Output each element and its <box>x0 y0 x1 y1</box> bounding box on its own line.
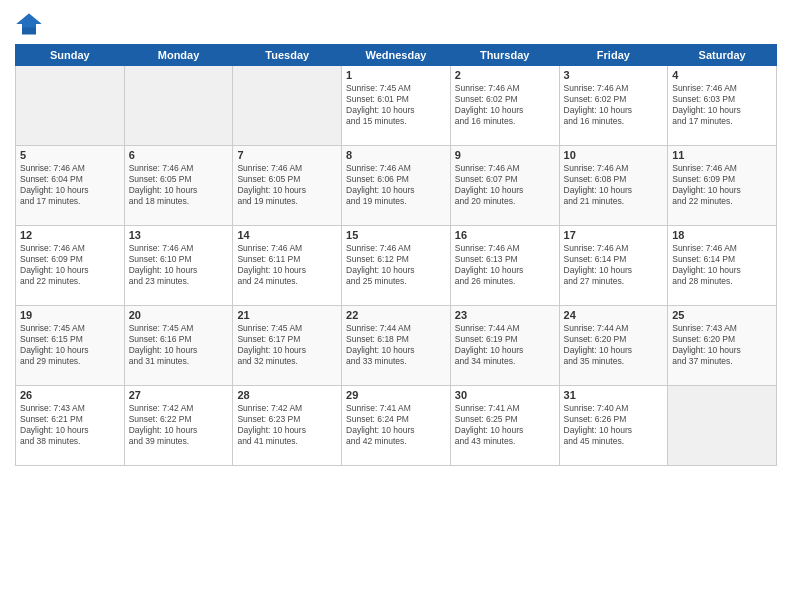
day-number: 12 <box>20 229 120 241</box>
logo <box>15 10 47 38</box>
day-number: 27 <box>129 389 229 401</box>
calendar-cell: 3Sunrise: 7:46 AM Sunset: 6:02 PM Daylig… <box>559 66 668 146</box>
day-number: 28 <box>237 389 337 401</box>
day-info: Sunrise: 7:43 AM Sunset: 6:20 PM Dayligh… <box>672 323 772 367</box>
calendar-cell: 27Sunrise: 7:42 AM Sunset: 6:22 PM Dayli… <box>124 386 233 466</box>
day-number: 23 <box>455 309 555 321</box>
calendar-cell: 28Sunrise: 7:42 AM Sunset: 6:23 PM Dayli… <box>233 386 342 466</box>
day-info: Sunrise: 7:46 AM Sunset: 6:07 PM Dayligh… <box>455 163 555 207</box>
calendar-cell: 30Sunrise: 7:41 AM Sunset: 6:25 PM Dayli… <box>450 386 559 466</box>
calendar-cell: 4Sunrise: 7:46 AM Sunset: 6:03 PM Daylig… <box>668 66 777 146</box>
day-number: 25 <box>672 309 772 321</box>
day-info: Sunrise: 7:45 AM Sunset: 6:16 PM Dayligh… <box>129 323 229 367</box>
day-number: 14 <box>237 229 337 241</box>
calendar-cell <box>668 386 777 466</box>
calendar-cell: 21Sunrise: 7:45 AM Sunset: 6:17 PM Dayli… <box>233 306 342 386</box>
calendar-cell: 31Sunrise: 7:40 AM Sunset: 6:26 PM Dayli… <box>559 386 668 466</box>
day-info: Sunrise: 7:46 AM Sunset: 6:14 PM Dayligh… <box>564 243 664 287</box>
day-number: 9 <box>455 149 555 161</box>
day-info: Sunrise: 7:46 AM Sunset: 6:10 PM Dayligh… <box>129 243 229 287</box>
calendar-cell: 11Sunrise: 7:46 AM Sunset: 6:09 PM Dayli… <box>668 146 777 226</box>
day-info: Sunrise: 7:44 AM Sunset: 6:20 PM Dayligh… <box>564 323 664 367</box>
day-info: Sunrise: 7:45 AM Sunset: 6:15 PM Dayligh… <box>20 323 120 367</box>
calendar: SundayMondayTuesdayWednesdayThursdayFrid… <box>15 44 777 466</box>
day-info: Sunrise: 7:46 AM Sunset: 6:05 PM Dayligh… <box>129 163 229 207</box>
day-number: 30 <box>455 389 555 401</box>
day-number: 11 <box>672 149 772 161</box>
day-info: Sunrise: 7:46 AM Sunset: 6:12 PM Dayligh… <box>346 243 446 287</box>
calendar-cell: 5Sunrise: 7:46 AM Sunset: 6:04 PM Daylig… <box>16 146 125 226</box>
calendar-cell: 25Sunrise: 7:43 AM Sunset: 6:20 PM Dayli… <box>668 306 777 386</box>
svg-marker-1 <box>16 14 41 28</box>
calendar-cell: 13Sunrise: 7:46 AM Sunset: 6:10 PM Dayli… <box>124 226 233 306</box>
day-number: 19 <box>20 309 120 321</box>
day-info: Sunrise: 7:41 AM Sunset: 6:25 PM Dayligh… <box>455 403 555 447</box>
calendar-cell: 23Sunrise: 7:44 AM Sunset: 6:19 PM Dayli… <box>450 306 559 386</box>
day-number: 4 <box>672 69 772 81</box>
day-number: 24 <box>564 309 664 321</box>
calendar-cell: 7Sunrise: 7:46 AM Sunset: 6:05 PM Daylig… <box>233 146 342 226</box>
calendar-cell: 10Sunrise: 7:46 AM Sunset: 6:08 PM Dayli… <box>559 146 668 226</box>
day-number: 20 <box>129 309 229 321</box>
calendar-cell: 6Sunrise: 7:46 AM Sunset: 6:05 PM Daylig… <box>124 146 233 226</box>
calendar-cell: 18Sunrise: 7:46 AM Sunset: 6:14 PM Dayli… <box>668 226 777 306</box>
day-number: 5 <box>20 149 120 161</box>
day-info: Sunrise: 7:46 AM Sunset: 6:02 PM Dayligh… <box>564 83 664 127</box>
day-info: Sunrise: 7:46 AM Sunset: 6:13 PM Dayligh… <box>455 243 555 287</box>
calendar-cell: 22Sunrise: 7:44 AM Sunset: 6:18 PM Dayli… <box>342 306 451 386</box>
day-number: 22 <box>346 309 446 321</box>
day-number: 29 <box>346 389 446 401</box>
day-info: Sunrise: 7:42 AM Sunset: 6:23 PM Dayligh… <box>237 403 337 447</box>
calendar-header-friday: Friday <box>559 45 668 66</box>
day-info: Sunrise: 7:46 AM Sunset: 6:09 PM Dayligh… <box>672 163 772 207</box>
day-info: Sunrise: 7:44 AM Sunset: 6:19 PM Dayligh… <box>455 323 555 367</box>
calendar-header-monday: Monday <box>124 45 233 66</box>
day-number: 8 <box>346 149 446 161</box>
day-info: Sunrise: 7:46 AM Sunset: 6:14 PM Dayligh… <box>672 243 772 287</box>
day-number: 21 <box>237 309 337 321</box>
calendar-header-wednesday: Wednesday <box>342 45 451 66</box>
calendar-header-thursday: Thursday <box>450 45 559 66</box>
calendar-header-sunday: Sunday <box>16 45 125 66</box>
day-info: Sunrise: 7:46 AM Sunset: 6:02 PM Dayligh… <box>455 83 555 127</box>
day-number: 16 <box>455 229 555 241</box>
calendar-cell: 9Sunrise: 7:46 AM Sunset: 6:07 PM Daylig… <box>450 146 559 226</box>
day-number: 2 <box>455 69 555 81</box>
day-number: 15 <box>346 229 446 241</box>
calendar-cell: 20Sunrise: 7:45 AM Sunset: 6:16 PM Dayli… <box>124 306 233 386</box>
logo-icon <box>15 10 43 38</box>
day-info: Sunrise: 7:46 AM Sunset: 6:08 PM Dayligh… <box>564 163 664 207</box>
header <box>15 10 777 38</box>
day-info: Sunrise: 7:43 AM Sunset: 6:21 PM Dayligh… <box>20 403 120 447</box>
calendar-cell <box>233 66 342 146</box>
day-info: Sunrise: 7:41 AM Sunset: 6:24 PM Dayligh… <box>346 403 446 447</box>
day-number: 13 <box>129 229 229 241</box>
calendar-header-row: SundayMondayTuesdayWednesdayThursdayFrid… <box>16 45 777 66</box>
calendar-cell: 2Sunrise: 7:46 AM Sunset: 6:02 PM Daylig… <box>450 66 559 146</box>
day-info: Sunrise: 7:45 AM Sunset: 6:01 PM Dayligh… <box>346 83 446 127</box>
calendar-cell: 16Sunrise: 7:46 AM Sunset: 6:13 PM Dayli… <box>450 226 559 306</box>
day-info: Sunrise: 7:46 AM Sunset: 6:03 PM Dayligh… <box>672 83 772 127</box>
calendar-header-tuesday: Tuesday <box>233 45 342 66</box>
calendar-week-1: 1Sunrise: 7:45 AM Sunset: 6:01 PM Daylig… <box>16 66 777 146</box>
page: SundayMondayTuesdayWednesdayThursdayFrid… <box>0 0 792 612</box>
day-info: Sunrise: 7:46 AM Sunset: 6:11 PM Dayligh… <box>237 243 337 287</box>
day-info: Sunrise: 7:46 AM Sunset: 6:05 PM Dayligh… <box>237 163 337 207</box>
calendar-week-4: 19Sunrise: 7:45 AM Sunset: 6:15 PM Dayli… <box>16 306 777 386</box>
day-number: 3 <box>564 69 664 81</box>
calendar-cell <box>16 66 125 146</box>
day-number: 7 <box>237 149 337 161</box>
calendar-cell: 29Sunrise: 7:41 AM Sunset: 6:24 PM Dayli… <box>342 386 451 466</box>
day-number: 10 <box>564 149 664 161</box>
day-number: 17 <box>564 229 664 241</box>
day-info: Sunrise: 7:46 AM Sunset: 6:06 PM Dayligh… <box>346 163 446 207</box>
day-info: Sunrise: 7:42 AM Sunset: 6:22 PM Dayligh… <box>129 403 229 447</box>
day-number: 6 <box>129 149 229 161</box>
day-number: 1 <box>346 69 446 81</box>
calendar-cell: 15Sunrise: 7:46 AM Sunset: 6:12 PM Dayli… <box>342 226 451 306</box>
calendar-cell: 1Sunrise: 7:45 AM Sunset: 6:01 PM Daylig… <box>342 66 451 146</box>
day-number: 26 <box>20 389 120 401</box>
calendar-cell: 24Sunrise: 7:44 AM Sunset: 6:20 PM Dayli… <box>559 306 668 386</box>
calendar-cell: 12Sunrise: 7:46 AM Sunset: 6:09 PM Dayli… <box>16 226 125 306</box>
calendar-cell <box>124 66 233 146</box>
